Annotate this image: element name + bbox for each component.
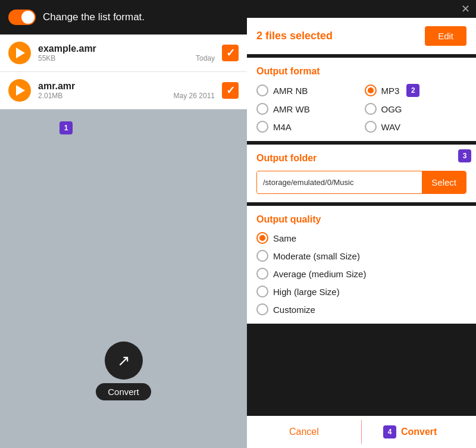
radio-mp3[interactable] — [365, 84, 377, 96]
quality-average[interactable]: Average (medium Size) — [256, 268, 466, 280]
format-ogg-label: OGG — [381, 104, 402, 114]
format-amr-wb-label: AMR WB — [273, 104, 310, 114]
left-content-area: 1 ↗ Convert — [0, 109, 247, 448]
quality-same-label: Same — [273, 233, 296, 243]
header-bar: Change the list format. — [0, 0, 247, 35]
file-date-2: May 26 2011 — [174, 92, 215, 100]
file-date-1: Today — [196, 54, 215, 62]
radio-amr-wb[interactable] — [256, 103, 268, 115]
cancel-button[interactable]: Cancel — [247, 416, 361, 448]
output-quality-section: Output quality Same Moderate (small Size… — [247, 206, 476, 324]
file-list: example.amr 55KB Today ✓ amr.amr 2.01MB … — [0, 35, 247, 109]
file-meta-2: 2.01MB May 26 2011 — [38, 92, 215, 100]
radio-m4a[interactable] — [256, 121, 268, 133]
files-count-label: 2 files selected — [256, 30, 333, 42]
radio-mp3-inner — [368, 87, 374, 93]
format-grid: AMR NB MP3 2 AMR WB OGG — [256, 84, 466, 133]
quality-moderate-label: Moderate (small Size) — [273, 251, 360, 261]
play-button-2[interactable] — [8, 79, 31, 102]
files-selected-section: 2 files selected Edit — [247, 18, 476, 54]
badge-1: 1 — [60, 121, 73, 134]
file-info-2: amr.amr 2.01MB May 26 2011 — [38, 81, 215, 100]
left-panel: Change the list format. example.amr 55KB… — [0, 0, 247, 448]
radio-quality-moderate[interactable] — [256, 250, 268, 262]
badge-2: 2 — [406, 84, 419, 97]
radio-ogg[interactable] — [365, 103, 377, 115]
quality-high[interactable]: High (large Size) — [256, 286, 466, 297]
checkmark-1: ✓ — [226, 46, 235, 59]
output-format-title: Output format — [256, 66, 466, 77]
output-quality-title: Output quality — [256, 214, 466, 225]
select-folder-button[interactable]: Select — [422, 171, 466, 193]
badge-4: 4 — [383, 425, 396, 438]
convert-arrow-icon: ↗ — [117, 352, 130, 370]
quality-list: Same Moderate (small Size) Average (medi… — [256, 232, 466, 315]
edit-button[interactable]: Edit — [425, 26, 466, 46]
format-ogg[interactable]: OGG — [365, 103, 467, 115]
file-size-1: 55KB — [38, 54, 55, 62]
quality-same[interactable]: Same — [256, 232, 466, 244]
header-title: Change the list format. — [43, 11, 145, 23]
radio-quality-same[interactable] — [256, 232, 268, 244]
bottom-actions: Cancel 4 Convert — [247, 416, 476, 448]
checkbox-1[interactable]: ✓ — [222, 45, 239, 61]
convert-final-button[interactable]: 4 Convert — [362, 416, 476, 448]
format-amr-nb-label: AMR NB — [273, 86, 308, 96]
radio-amr-nb[interactable] — [256, 84, 268, 96]
file-item-2[interactable]: amr.amr 2.01MB May 26 2011 ✓ — [0, 72, 247, 109]
file-info-1: example.amr 55KB Today — [38, 43, 215, 62]
quality-average-label: Average (medium Size) — [273, 269, 366, 279]
close-icon[interactable]: ✕ — [461, 2, 470, 15]
file-meta-1: 55KB Today — [38, 54, 215, 62]
format-amr-nb[interactable]: AMR NB — [256, 84, 359, 97]
format-wav-label: WAV — [381, 122, 401, 132]
quality-customize[interactable]: Customize — [256, 303, 466, 315]
radio-quality-same-inner — [259, 235, 265, 241]
output-folder-section: Output folder 3 /storage/emulated/0/Musi… — [247, 145, 476, 202]
format-wav[interactable]: WAV — [365, 121, 467, 133]
convert-circle-button[interactable]: ↗ — [105, 342, 143, 380]
play-icon-2 — [16, 85, 25, 96]
quality-high-label: High (large Size) — [273, 287, 340, 297]
folder-input-row: /storage/emulated/0/Music Select — [256, 171, 466, 194]
quality-customize-label: Customize — [273, 305, 315, 315]
play-button-1[interactable] — [8, 42, 31, 64]
format-mp3-label: MP3 — [381, 86, 400, 96]
right-top-bar: ✕ — [247, 0, 476, 18]
convert-label[interactable]: Convert — [96, 383, 151, 400]
output-folder-title: Output folder — [256, 153, 466, 164]
radio-quality-high[interactable] — [256, 286, 268, 297]
checkmark-2: ✓ — [226, 84, 235, 97]
quality-moderate[interactable]: Moderate (small Size) — [256, 250, 466, 262]
file-size-2: 2.01MB — [38, 92, 62, 100]
file-name-2: amr.amr — [38, 81, 215, 92]
radio-quality-average[interactable] — [256, 268, 268, 280]
folder-path-text: /storage/emulated/0/Music — [257, 172, 422, 193]
checkbox-2[interactable]: ✓ — [222, 82, 239, 99]
format-amr-wb[interactable]: AMR WB — [256, 103, 359, 115]
format-m4a[interactable]: M4A — [256, 121, 359, 133]
radio-wav[interactable] — [365, 121, 377, 133]
file-name-1: example.amr — [38, 43, 215, 54]
output-format-section: Output format AMR NB MP3 2 AMR WB — [247, 58, 476, 141]
convert-btn-container: ↗ Convert — [96, 342, 151, 400]
file-item[interactable]: example.amr 55KB Today ✓ — [0, 35, 247, 72]
right-panel: ✕ 2 files selected Edit Output format AM… — [247, 0, 476, 448]
convert-final-label: Convert — [401, 427, 437, 437]
play-icon-1 — [16, 48, 25, 58]
format-mp3[interactable]: MP3 2 — [365, 84, 467, 97]
toggle-switch[interactable] — [8, 10, 36, 25]
badge-3: 3 — [458, 149, 471, 162]
format-m4a-label: M4A — [273, 122, 292, 132]
radio-quality-customize[interactable] — [256, 303, 268, 315]
